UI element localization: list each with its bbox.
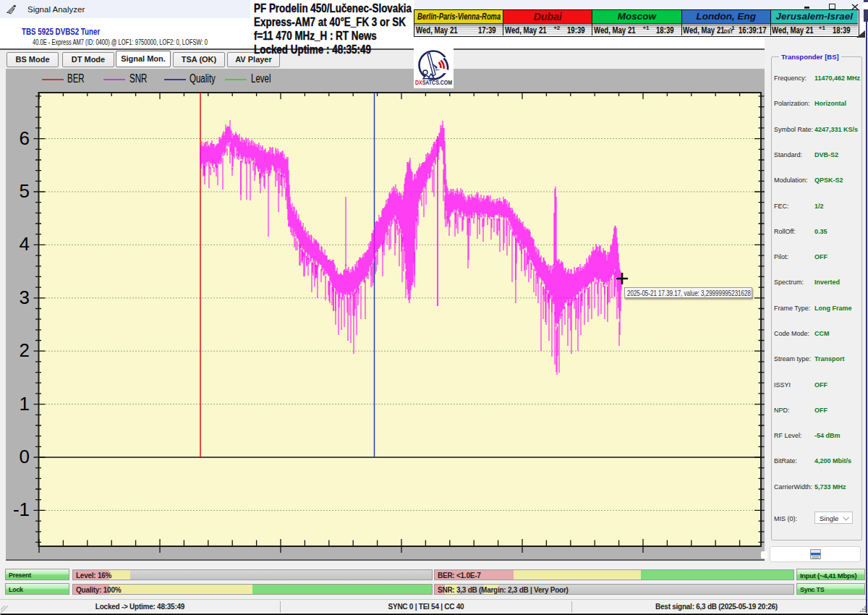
svg-text:DXSATCS.COM: DXSATCS.COM (415, 79, 452, 86)
svg-text:4: 4 (20, 233, 30, 255)
svg-text:0: 0 (20, 446, 30, 467)
svg-text:6: 6 (20, 127, 30, 149)
svg-text:1: 1 (20, 393, 30, 415)
svg-text:3: 3 (20, 287, 30, 308)
svg-text:-1: -1 (13, 499, 30, 520)
svg-text:2: 2 (20, 339, 30, 361)
svg-text:5: 5 (20, 180, 30, 202)
